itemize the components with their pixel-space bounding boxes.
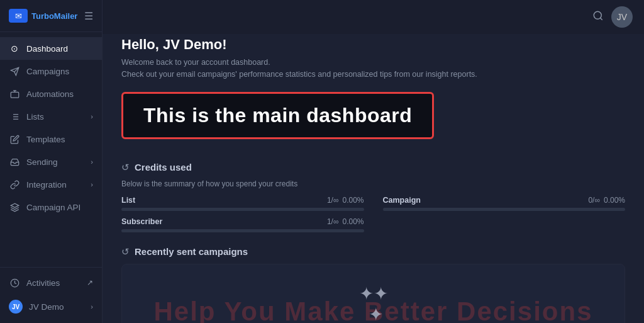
sidebar-bottom: Activities ↗ JV JV Demo › — [0, 267, 102, 323]
overlay-banner-text: This is the main dashboard — [143, 104, 412, 127]
sidebar-label-integration: Integration — [26, 180, 67, 190]
progress-bar-bg-list — [121, 208, 364, 211]
subtitle-line2: Check out your email campaigns' performa… — [121, 69, 625, 81]
sidebar-label-activities: Activities — [26, 278, 60, 288]
sidebar-item-activities[interactable]: Activities ↗ — [0, 271, 102, 294]
logo-icon: ✉ — [9, 9, 28, 23]
credit-used-subscriber: 1/∞ — [327, 217, 339, 226]
progress-bar-bg-subscriber — [121, 229, 364, 232]
credit-pct-subscriber: 0.00% — [342, 217, 364, 226]
svg-point-10 — [594, 11, 601, 19]
sidebar-label-campaigns: Campaigns — [26, 67, 69, 76]
credit-label-campaign: Campaign — [383, 196, 421, 205]
user-avatar[interactable]: JV — [611, 6, 633, 28]
sidebar-label-campaign-api: Campaign API — [26, 203, 80, 212]
integration-icon — [9, 179, 20, 190]
credit-used-campaign: 0/∞ — [588, 196, 600, 205]
sidebar-label-automations: Automations — [26, 89, 74, 99]
campaigns-icon — [9, 65, 20, 77]
progress-bar-bg-campaign — [383, 208, 626, 211]
sidebar-label-dashboard: Dashboard — [26, 44, 68, 54]
lists-icon — [9, 111, 20, 122]
svg-rect-1 — [11, 92, 19, 98]
external-link-icon: ↗ — [87, 278, 93, 287]
credit-pct-campaign: 0.00% — [604, 196, 625, 205]
sidebar-logo: ✉ TurboMailer ☰ — [0, 0, 102, 32]
credit-pct-list: 0.00% — [342, 196, 364, 205]
sidebar-item-jv-demo[interactable]: JV JV Demo › — [0, 294, 102, 319]
main-content: JV Hello, JV Demo! Welcome back to your … — [103, 0, 644, 323]
sidebar: ✉ TurboMailer ☰ ⊙ Dashboard Campaigns — [0, 0, 103, 323]
credit-label-subscriber: Subscriber — [121, 217, 162, 226]
credit-label-list: List — [121, 196, 135, 205]
logo-text: TurboMailer — [31, 11, 77, 21]
sidebar-item-integration[interactable]: Integration › — [0, 173, 102, 196]
campaigns-section-icon: ↺ — [121, 246, 130, 258]
credit-row-list: List 1/∞ 0.00% — [121, 196, 364, 211]
credits-section: ↺ Credits used Below is the summary of h… — [121, 162, 625, 232]
page-header: Hello, JV Demo! Welcome back to your acc… — [121, 37, 625, 81]
sidebar-nav: ⊙ Dashboard Campaigns Automations — [0, 32, 102, 267]
dashboard-icon: ⊙ — [9, 43, 20, 54]
hamburger-menu-icon[interactable]: ☰ — [84, 10, 93, 22]
integration-chevron-icon: › — [91, 181, 93, 188]
page-subtitle: Welcome back to your account dashboard. … — [121, 57, 625, 81]
credits-subtitle: Below is the summary of how you spend yo… — [121, 179, 625, 188]
credit-row-campaign: Campaign 0/∞ 0.00% — [383, 196, 626, 211]
sidebar-item-dashboard[interactable]: ⊙ Dashboard — [0, 37, 102, 60]
sidebar-label-sending: Sending — [26, 157, 58, 167]
activities-icon — [9, 277, 20, 288]
campaigns-card: Help You Make Better Decisions ✦✦ ✦ Ther… — [121, 264, 625, 324]
content-area: Hello, JV Demo! Welcome back to your acc… — [103, 34, 644, 323]
overlay-banner: This is the main dashboard — [121, 92, 434, 139]
campaigns-section-title: Recently sent campaigns — [135, 246, 248, 257]
campaign-api-icon — [9, 201, 20, 213]
credit-used-list: 1/∞ — [327, 196, 339, 205]
templates-icon — [9, 133, 20, 145]
sidebar-item-templates[interactable]: Templates — [0, 128, 102, 150]
search-icon[interactable] — [592, 10, 604, 25]
sidebar-label-templates: Templates — [26, 135, 65, 144]
sidebar-item-campaign-api[interactable]: Campaign API — [0, 196, 102, 218]
credits-section-icon: ↺ — [121, 162, 130, 173]
sidebar-label-lists: Lists — [26, 112, 44, 122]
jv-demo-chevron-icon: › — [91, 303, 93, 310]
sidebar-label-jv-demo: JV Demo — [29, 302, 64, 312]
credits-grid: List 1/∞ 0.00% Campaign — [121, 196, 625, 232]
sidebar-item-lists[interactable]: Lists › — [0, 105, 102, 128]
sidebar-item-sending[interactable]: Sending › — [0, 150, 102, 173]
page-title: Hello, JV Demo! — [121, 37, 625, 53]
svg-line-11 — [600, 18, 602, 20]
svg-marker-8 — [11, 203, 19, 207]
sidebar-item-automations[interactable]: Automations — [0, 82, 102, 105]
lists-chevron-icon: › — [91, 113, 93, 120]
sending-icon — [9, 156, 20, 167]
sending-chevron-icon: › — [91, 158, 93, 166]
automations-icon — [9, 88, 20, 99]
sidebar-item-campaigns[interactable]: Campaigns — [0, 60, 102, 82]
credits-section-title: Credits used — [135, 162, 192, 173]
avatar: JV — [9, 300, 23, 314]
logo[interactable]: ✉ TurboMailer — [9, 9, 77, 23]
credit-row-subscriber: Subscriber 1/∞ 0.00% — [121, 217, 364, 232]
sparkle-icon: ✦✦ ✦ — [359, 283, 388, 324]
subtitle-line1: Welcome back to your account dashboard. — [121, 57, 625, 69]
campaigns-section: ↺ Recently sent campaigns Help You Make … — [121, 246, 625, 324]
topbar: JV — [103, 0, 644, 34]
